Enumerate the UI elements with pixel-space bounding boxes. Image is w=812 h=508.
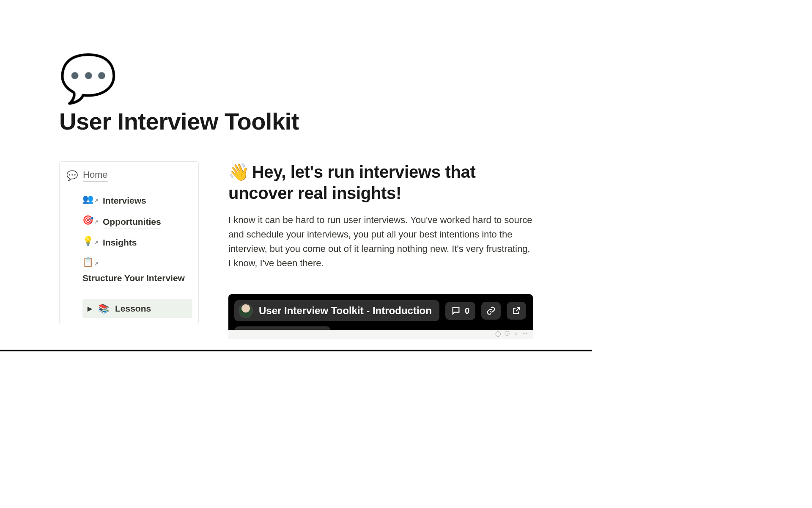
embed-toolbar-icons: ◯ ⓘ ☆ ⋯	[495, 330, 529, 337]
intro-paragraph: I know it can be hard to run user interv…	[228, 213, 533, 271]
video-title: User Interview Toolkit - Introduction	[259, 305, 432, 317]
nav-home[interactable]: 💬 Home	[66, 168, 192, 186]
embed-background: ◯ ⓘ ☆ ⋯	[228, 330, 533, 339]
lessons-toggle[interactable]: ▶ 📚 Lessons	[82, 299, 192, 318]
nav-label: Interviews	[103, 194, 146, 208]
link-arrow-icon: ↗	[94, 198, 99, 204]
avatar	[239, 304, 253, 318]
comments-button[interactable]: 0	[445, 302, 475, 320]
page-title: User Interview Toolkit	[59, 108, 533, 135]
comments-count: 0	[465, 306, 469, 316]
speech-bubble-icon: 💬	[66, 170, 78, 181]
people-icon: 👥	[82, 194, 93, 204]
link-arrow-icon: ↗	[94, 219, 99, 225]
nav-home-label: Home	[83, 169, 108, 182]
nav-list: 👥↗ Interviews 🎯↗ Opportunities 💡↗ Insigh…	[66, 190, 192, 289]
open-external-button[interactable]	[507, 302, 526, 320]
link-arrow-icon: ↗	[94, 261, 99, 267]
caret-right-icon: ▶	[88, 305, 92, 312]
nav-item-interviews[interactable]: 👥↗ Interviews	[82, 190, 192, 212]
divider	[82, 294, 192, 294]
hero-heading-text: Hey, let's run interviews that uncover r…	[228, 163, 476, 202]
comment-icon	[451, 306, 461, 315]
video-title-pill[interactable]: User Interview Toolkit - Introduction	[234, 300, 439, 321]
lessons-label: Lessons	[115, 304, 151, 314]
divider	[82, 187, 192, 187]
page-icon: 💬	[59, 55, 533, 102]
nav-item-structure[interactable]: 📋↗ Structure Your Interview	[82, 254, 192, 289]
nav-label: Opportunities	[103, 215, 161, 229]
link-arrow-icon: ↗	[94, 240, 99, 246]
hero-heading: 👋Hey, let's run interviews that uncover …	[228, 161, 533, 204]
lightbulb-icon: 💡	[82, 236, 93, 246]
external-link-icon	[512, 306, 521, 315]
link-icon	[486, 306, 496, 315]
wave-icon: 👋	[228, 163, 250, 181]
bottom-black-bar	[0, 350, 592, 351]
sidebar-card: 💬 Home 👥↗ Interviews 🎯↗ Opportunities 💡↗	[59, 161, 199, 324]
books-icon: 📚	[98, 304, 109, 314]
nav-item-opportunities[interactable]: 🎯↗ Opportunities	[82, 212, 192, 233]
nav-label: Structure Your Interview	[82, 271, 185, 286]
copy-link-button[interactable]	[481, 302, 501, 320]
main-content: 👋Hey, let's run interviews that uncover …	[228, 161, 533, 339]
clipboard-icon: 📋	[82, 257, 93, 267]
nav-label: Insights	[103, 236, 137, 250]
target-icon: 🎯	[82, 215, 93, 225]
nav-item-insights[interactable]: 💡↗ Insights	[82, 232, 192, 254]
video-embed[interactable]: ◯ ⓘ ☆ ⋯ User Interview Toolkit - Introdu…	[228, 294, 533, 339]
